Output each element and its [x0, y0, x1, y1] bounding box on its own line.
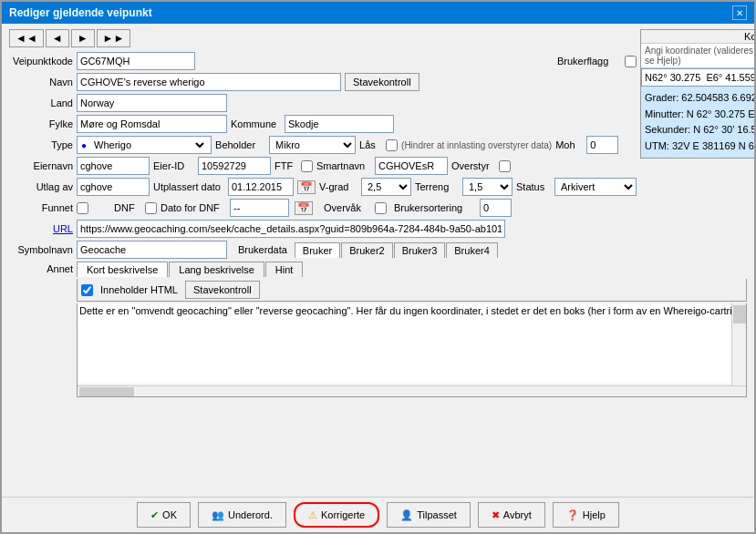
utlag-label: Utlag av: [9, 181, 73, 192]
funnet-row: Funnet DNF Dato for DNF 📅 Overvåk Bruker…: [9, 199, 637, 217]
nav-last-button[interactable]: ►►: [97, 29, 131, 47]
avbryt-button[interactable]: ✖ Avbryt: [478, 502, 545, 528]
koordinater-input[interactable]: [641, 68, 754, 87]
nav-prev-button[interactable]: ◄: [46, 29, 69, 47]
navn-input[interactable]: [77, 73, 341, 91]
eiernavn-input[interactable]: [77, 157, 150, 175]
nav-next-button[interactable]: ►: [71, 29, 95, 47]
utlag-input[interactable]: [77, 178, 150, 196]
utplassert-label: Utplassert dato: [153, 181, 224, 192]
smartnavn-label: Smartnavn: [316, 160, 371, 171]
top-section: ◄◄ ◄ ► ►► Veipunktkode Brukerflagg Navn: [9, 29, 747, 217]
left-section: ◄◄ ◄ ► ►► Veipunktkode Brukerflagg Navn: [9, 29, 637, 217]
close-button[interactable]: ✕: [732, 5, 747, 20]
footer: ✔ OK 👥 Underord. ⚠ Korrigerte 👤 Tilpasse…: [2, 497, 754, 532]
calendar-icon[interactable]: 📅: [297, 180, 316, 194]
tilpasset-icon: 👤: [400, 509, 413, 521]
las-checkbox[interactable]: [386, 139, 398, 151]
moh-label: Moh: [555, 139, 583, 150]
ok-icon: ✔: [150, 509, 159, 521]
koordinater-title: Koordinater: [641, 30, 754, 44]
annet-label: Annet: [9, 262, 73, 274]
status-select[interactable]: Arkivert: [554, 178, 637, 196]
tilpasset-button[interactable]: 👤 Tilpasset: [387, 502, 471, 528]
main-window: Rediger gjeldende veipunkt ✕ ◄◄ ◄ ► ►► V…: [0, 0, 756, 534]
ftf-checkbox[interactable]: [301, 160, 313, 172]
smartnavn-input[interactable]: [375, 157, 448, 175]
brukersortering-input[interactable]: [480, 199, 512, 217]
brukerflagg-checkbox[interactable]: [625, 56, 637, 67]
bruker-tab-4[interactable]: Bruker4: [446, 242, 498, 258]
url-input[interactable]: [77, 220, 505, 238]
symbolnavn-bruker-row: Symbolnavn Brukerdata Bruker Bruker2 Bru…: [9, 241, 747, 259]
ftf-label: FTF: [274, 160, 297, 171]
dato-dnf-input[interactable]: [230, 199, 289, 217]
hjelp-label: Hjelp: [583, 509, 606, 520]
koordinater-section: Koordinater Angi koordinater (valideres …: [640, 29, 754, 217]
desc-tab-hint[interactable]: Hint: [265, 262, 304, 277]
koordinater-help: Angi koordinater (valideres når du går u…: [641, 44, 754, 68]
brukersortering-label: Brukersortering: [394, 202, 476, 213]
moh-input[interactable]: [586, 136, 618, 154]
brukerdata-label: Brukerdata: [238, 244, 287, 255]
dnf-calendar-icon[interactable]: 📅: [295, 201, 313, 215]
desc-stavekontroll-button[interactable]: Stavekontroll: [185, 281, 260, 299]
type-select[interactable]: Wherigo: [88, 137, 207, 153]
tilpasset-label: Tilpasset: [417, 509, 457, 520]
scrollbar-horizontal[interactable]: [78, 385, 746, 396]
status-label: Status: [516, 181, 551, 192]
overvak-checkbox[interactable]: [375, 202, 387, 214]
bruker-tab-2[interactable]: Bruker2: [341, 242, 393, 258]
land-label: Land: [9, 98, 73, 108]
url-row: URL: [9, 220, 747, 238]
overstyr-checkbox[interactable]: [499, 160, 511, 172]
terreng-label: Terreng: [415, 181, 459, 192]
eierid-input[interactable]: [198, 157, 271, 175]
bruker-tab-3[interactable]: Bruker3: [394, 242, 446, 258]
ok-button[interactable]: ✔ OK: [137, 502, 191, 528]
veipunktkode-input[interactable]: [77, 52, 195, 70]
desc-options-row: Inneholder HTML Stavekontroll: [77, 279, 747, 302]
overstyr-label: Overstyr: [451, 160, 495, 171]
kommune-input[interactable]: [285, 115, 394, 133]
korrigerte-button[interactable]: ⚠ Korrigerte: [294, 502, 379, 528]
terreng-select[interactable]: 1,5: [462, 178, 513, 196]
inneholder-html-checkbox[interactable]: [81, 284, 93, 296]
utplassert-input[interactable]: [228, 178, 294, 196]
funnet-checkbox[interactable]: [77, 202, 88, 214]
desc-textarea[interactable]: [78, 303, 746, 384]
desc-tabs-row: Kort beskrivelse Lang beskrivelse Hint: [77, 262, 747, 277]
dnf-label: DNF: [114, 202, 141, 213]
inneholder-html-label: Inneholder HTML: [100, 284, 178, 295]
koord-grader: Grader: 62.504583 6.69265: [645, 90, 754, 107]
dnf-checkbox[interactable]: [145, 202, 157, 214]
underord-button[interactable]: 👥 Underord.: [198, 502, 286, 528]
bruker-tab-1[interactable]: Bruker: [295, 242, 340, 258]
type-radio-icon: ●: [81, 140, 87, 150]
land-row: Land: [9, 94, 637, 112]
scrollbar-vertical[interactable]: [731, 303, 746, 385]
url-label[interactable]: URL: [9, 223, 73, 234]
beholder-select[interactable]: Mikro: [269, 136, 356, 154]
symbolnavn-input[interactable]: [77, 241, 227, 259]
korrig-icon: ⚠: [308, 509, 317, 521]
koord-minutter: Minutter: N 62° 30.275 E 6° 41.559: [645, 107, 754, 123]
hjelp-button[interactable]: ❓ Hjelp: [553, 502, 619, 528]
annet-row: Annet Kort beskrivelse Lang beskrivelse …: [9, 262, 747, 397]
vgrad-select[interactable]: 2,5: [361, 178, 411, 196]
fylke-input[interactable]: [77, 115, 227, 133]
scrollbar-h-thumb: [79, 387, 134, 396]
fylke-label: Fylke: [9, 118, 73, 129]
hjelp-icon: ❓: [566, 509, 579, 521]
nav-first-button[interactable]: ◄◄: [9, 29, 44, 47]
stavekontroll-button[interactable]: Stavekontroll: [345, 73, 419, 91]
main-content: ◄◄ ◄ ► ►► Veipunktkode Brukerflagg Navn: [2, 24, 754, 497]
veipunktkode-row: Veipunktkode Brukerflagg: [9, 52, 637, 70]
land-input[interactable]: [77, 94, 227, 112]
symbolnavn-label: Symbolnavn: [9, 244, 73, 255]
koordinater-box: Koordinater Angi koordinater (valideres …: [640, 29, 754, 159]
desc-tab-kort[interactable]: Kort beskrivelse: [77, 262, 168, 277]
desc-tab-lang[interactable]: Lang beskrivelse: [169, 262, 264, 277]
type-label: Type: [9, 139, 73, 150]
koord-sekunder: Sekunder: N 62° 30' 16.50" E 6° 41' 33.5…: [645, 122, 754, 139]
